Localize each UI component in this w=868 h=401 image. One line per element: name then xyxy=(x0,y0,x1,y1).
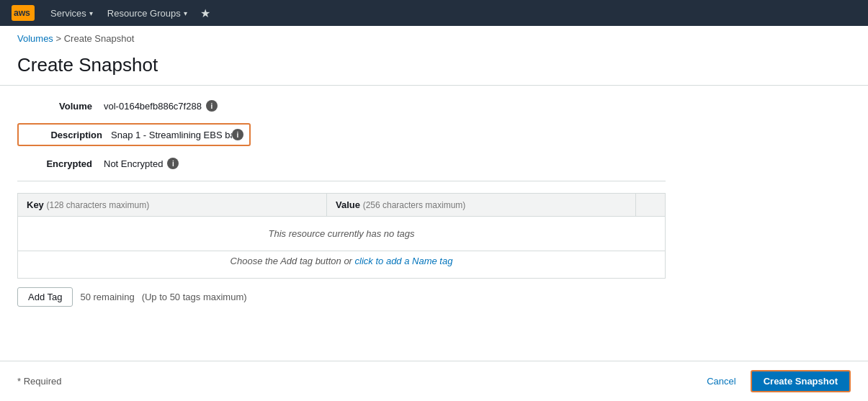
pin-icon[interactable]: ★ xyxy=(194,6,216,20)
form-section: Volume vol-0164befb886c7f288 i Descripti… xyxy=(17,100,666,307)
volume-row: Volume vol-0164befb886c7f288 i xyxy=(17,100,666,112)
description-row-wrapper: Description i xyxy=(17,123,666,146)
tags-table: Key (128 characters maximum) Value (256 … xyxy=(17,193,666,217)
key-col-hint: (128 characters maximum) xyxy=(46,200,149,210)
breadcrumb-volumes-link[interactable]: Volumes xyxy=(17,33,53,44)
encrypted-value: Not Encrypted i xyxy=(104,158,179,169)
key-col-label: Key xyxy=(27,199,44,210)
tags-add-hint: Choose the Add tag button or click to ad… xyxy=(17,251,666,279)
breadcrumb-current: Create Snapshot xyxy=(64,33,135,44)
encrypted-row: Encrypted Not Encrypted i xyxy=(17,158,666,169)
no-tags-text: This resource currently has no tags xyxy=(268,228,414,239)
resource-groups-nav-item[interactable]: Resource Groups ▾ xyxy=(100,0,194,26)
svg-text:aws: aws xyxy=(14,8,30,18)
services-nav-item[interactable]: Services ▾ xyxy=(43,0,100,26)
description-info-icon[interactable]: i xyxy=(232,129,243,140)
breadcrumb: Volumes > Create Snapshot xyxy=(0,26,868,51)
encrypted-status: Not Encrypted xyxy=(104,158,163,169)
page-title: Create Snapshot xyxy=(0,51,868,86)
volume-info-icon[interactable]: i xyxy=(206,100,218,112)
aws-logo[interactable]: aws xyxy=(12,5,35,21)
description-field-box: Description i xyxy=(17,123,251,146)
key-column-header: Key (128 characters maximum) xyxy=(18,194,327,217)
breadcrumb-separator: > xyxy=(56,33,64,44)
add-tag-button[interactable]: Add Tag xyxy=(17,287,73,307)
section-divider xyxy=(17,181,666,181)
services-chevron-icon: ▾ xyxy=(89,9,93,17)
action-column-header xyxy=(636,194,666,217)
description-label: Description xyxy=(24,130,111,140)
tags-section: Key (128 characters maximum) Value (256 … xyxy=(17,193,666,307)
aws-logo-box: aws xyxy=(12,5,35,21)
max-text: (Up to 50 tags maximum) xyxy=(142,292,247,302)
top-navigation: aws Services ▾ Resource Groups ▾ ★ xyxy=(0,0,868,26)
services-label: Services xyxy=(50,8,86,19)
value-column-header: Value (256 characters maximum) xyxy=(327,194,636,217)
remaining-text: 50 remaining xyxy=(80,292,134,302)
resource-groups-chevron-icon: ▾ xyxy=(184,9,187,17)
value-col-hint: (256 characters maximum) xyxy=(363,200,466,210)
main-content: Volume vol-0164befb886c7f288 i Descripti… xyxy=(0,86,868,321)
no-tags-message: This resource currently has no tags xyxy=(17,217,666,251)
value-col-label: Value xyxy=(336,199,360,210)
resource-groups-label: Resource Groups xyxy=(107,8,181,19)
volume-label: Volume xyxy=(17,101,104,112)
volume-value: vol-0164befb886c7f288 i xyxy=(104,100,218,112)
add-hint-text: Choose the Add tag button or xyxy=(231,256,355,266)
description-input[interactable] xyxy=(111,130,232,140)
encrypted-info-icon[interactable]: i xyxy=(167,158,179,169)
add-tag-row: Add Tag 50 remaining (Up to 50 tags maxi… xyxy=(17,287,666,307)
encrypted-label: Encrypted xyxy=(17,158,104,169)
add-name-tag-link[interactable]: click to add a Name tag xyxy=(355,256,453,266)
volume-id: vol-0164befb886c7f288 xyxy=(104,101,202,112)
